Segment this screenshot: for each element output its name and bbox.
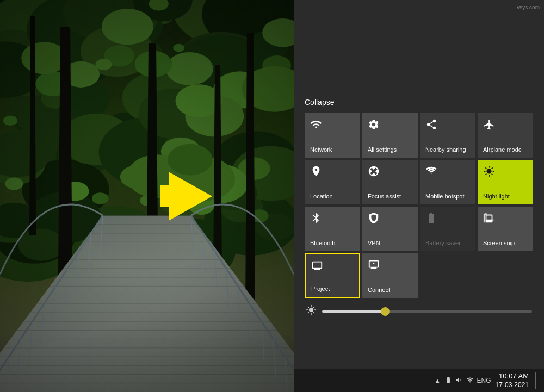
show-desktop-button[interactable] (535, 372, 539, 389)
focus-icon (368, 165, 380, 179)
tile-bluetooth[interactable]: Bluetooth (305, 207, 360, 251)
tile-project[interactable]: Project (305, 253, 360, 298)
wifi-icon[interactable] (466, 376, 474, 385)
tile-nearby-sharing-label: Nearby sharing (425, 146, 466, 153)
arrow-indicator (169, 172, 212, 221)
tile-location[interactable]: Location (305, 160, 360, 204)
tile-focus-assist-label: Focus assist (368, 193, 401, 200)
nightlight-icon (483, 165, 495, 179)
brightness-icon (306, 304, 317, 318)
share-icon (425, 119, 437, 132)
project-icon (311, 260, 323, 273)
snip-icon (483, 212, 495, 226)
tile-location-label: Location (310, 193, 333, 200)
brightness-slider[interactable] (322, 310, 532, 313)
tile-vpn-label: VPN (368, 240, 380, 247)
clock-date: 17-03-2021 (496, 381, 529, 390)
tile-mobile-hotspot[interactable]: Mobile hotspot (420, 160, 475, 204)
hotspot-icon (425, 165, 437, 179)
photo-panel (0, 0, 294, 392)
slider-fill (322, 310, 385, 313)
taskbar: ▲ ENG 10:07 AM 17-03-2021 (294, 369, 544, 392)
airplane-icon (483, 119, 495, 132)
tile-night-light-label: Night light (483, 193, 510, 200)
tile-screen-snip[interactable]: Screen snip (478, 207, 533, 251)
vpn-icon (368, 212, 380, 226)
bluetooth-icon (310, 212, 322, 226)
tile-project-label: Project (311, 285, 330, 293)
tile-all-settings[interactable]: All settings (362, 113, 418, 158)
tile-nearby-sharing[interactable]: Nearby sharing (420, 113, 475, 158)
location-icon (310, 165, 322, 179)
slider-thumb[interactable] (381, 307, 390, 316)
tile-airplane-mode-label: Airplane mode (483, 146, 522, 153)
collapse-button[interactable]: Collapse (305, 98, 533, 107)
tile-connect-label: Connect (368, 287, 390, 294)
taskbar-system-icons: ▲ ENG (434, 376, 491, 385)
tile-battery-saver-label: Battery saver (425, 240, 461, 247)
tile-mobile-hotspot-label: Mobile hotspot (425, 193, 465, 200)
tile-battery-saver[interactable]: Battery saver (420, 207, 475, 251)
tile-night-light[interactable]: Night light (478, 160, 533, 204)
network-icon (310, 119, 322, 132)
taskbar-clock[interactable]: 10:07 AM 17-03-2021 (496, 372, 529, 389)
action-center: Collapse Network All settings Nearby s (294, 0, 544, 392)
tile-network[interactable]: Network (305, 113, 360, 158)
quick-tiles-grid: Network All settings Nearby sharing Airp… (305, 113, 533, 298)
settings-icon (368, 119, 380, 132)
eng-label[interactable]: ENG (477, 377, 491, 384)
tile-vpn[interactable]: VPN (362, 207, 418, 251)
tile-airplane-mode[interactable]: Airplane mode (478, 113, 533, 158)
speaker-icon[interactable] (455, 376, 463, 385)
tile-network-label: Network (310, 146, 332, 153)
tile-focus-assist[interactable]: Focus assist (362, 160, 418, 204)
battery-status-icon[interactable] (444, 376, 452, 385)
tile-connect[interactable]: Connect (362, 253, 418, 298)
tile-all-settings-label: All settings (368, 146, 397, 153)
clock-time: 10:07 AM (496, 372, 529, 381)
tile-screen-snip-label: Screen snip (483, 240, 515, 247)
watermark: vsys.com (517, 4, 540, 10)
connect-icon (368, 259, 380, 272)
battery-icon (425, 212, 437, 226)
tile-bluetooth-label: Bluetooth (310, 240, 335, 247)
brightness-row (305, 304, 533, 318)
chevron-up-icon[interactable]: ▲ (434, 377, 441, 385)
